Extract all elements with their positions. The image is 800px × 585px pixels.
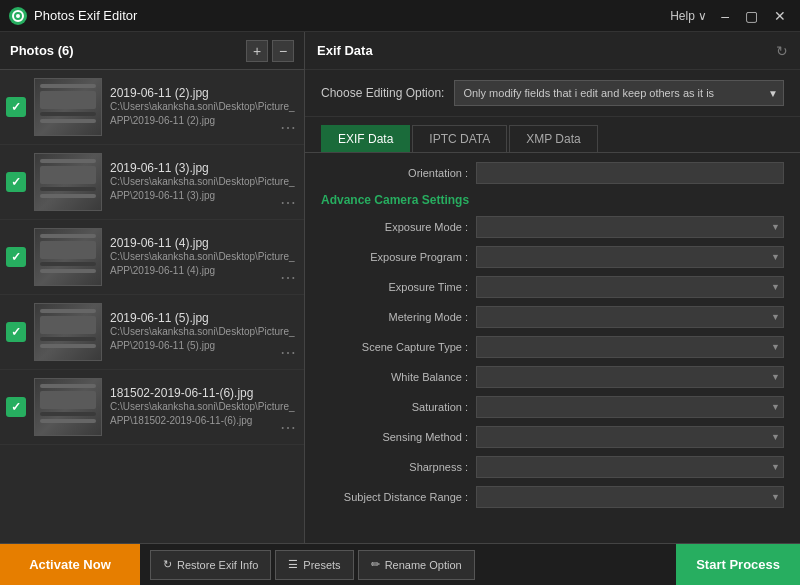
tab-exif-data[interactable]: EXIF Data	[321, 125, 410, 152]
form-row: Sensing Method : ▼	[321, 425, 784, 449]
photos-list: 2019-06-11 (2).jpg C:\Users\akanksha.son…	[0, 70, 304, 543]
tab-iptc-data[interactable]: IPTC DATA	[412, 125, 507, 152]
field-label: Metering Mode :	[321, 311, 476, 323]
field-select-wrapper: ▼	[476, 216, 784, 238]
tabs-row: EXIF Data IPTC DATA XMP Data	[305, 117, 800, 153]
photo-thumbnail	[34, 378, 102, 436]
photo-item[interactable]: 181502-2019-06-11-(6).jpg C:\Users\akank…	[0, 370, 304, 445]
photos-title: Photos (6)	[10, 43, 242, 58]
exif-header: Exif Data ↻	[305, 32, 800, 70]
restore-icon: ↻	[163, 558, 172, 571]
orientation-row: Orientation :	[321, 161, 784, 185]
field-select-wrapper: ▼	[476, 306, 784, 328]
photo-info: 2019-06-11 (4).jpg C:\Users\akanksha.son…	[110, 236, 296, 278]
photos-header: Photos (6) + −	[0, 32, 304, 70]
remove-photo-button[interactable]: −	[272, 40, 294, 62]
field-select-8[interactable]	[476, 456, 784, 478]
presets-button[interactable]: ☰ Presets	[275, 550, 353, 580]
orientation-input[interactable]	[476, 162, 784, 184]
field-select-2[interactable]	[476, 276, 784, 298]
photo-dots-icon: ⋯	[280, 420, 296, 436]
tab-xmp-data[interactable]: XMP Data	[509, 125, 597, 152]
field-select-wrapper: ▼	[476, 426, 784, 448]
photo-checkbox[interactable]	[6, 247, 26, 267]
field-select-0[interactable]	[476, 216, 784, 238]
field-label: White Balance :	[321, 371, 476, 383]
photo-path: C:\Users\akanksha.soni\Desktop\Picture_A…	[110, 175, 296, 203]
minimize-button[interactable]: –	[715, 7, 735, 25]
help-button[interactable]: Help ∨	[662, 7, 715, 25]
form-row: Sharpness : ▼	[321, 455, 784, 479]
photo-path: C:\Users\akanksha.soni\Desktop\Picture_A…	[110, 100, 296, 128]
photo-thumbnail	[34, 303, 102, 361]
photo-dots-icon: ⋯	[280, 345, 296, 361]
exif-title: Exif Data	[317, 43, 373, 58]
close-button[interactable]: ✕	[768, 7, 792, 25]
editing-option-select[interactable]: Only modify fields that i edit and keep …	[454, 80, 784, 106]
photo-dots-icon: ⋯	[280, 120, 296, 136]
rename-option-button[interactable]: ✏ Rename Option	[358, 550, 475, 580]
photo-name: 181502-2019-06-11-(6).jpg	[110, 386, 296, 400]
photo-info: 2019-06-11 (3).jpg C:\Users\akanksha.son…	[110, 161, 296, 203]
photo-item[interactable]: 2019-06-11 (4).jpg C:\Users\akanksha.son…	[0, 220, 304, 295]
fields-container: Exposure Mode : ▼ Exposure Program : ▼ E…	[321, 215, 784, 509]
exif-form: Orientation : Advance Camera Settings Ex…	[305, 153, 800, 543]
app-title: Photos Exif Editor	[34, 8, 662, 23]
photo-dots-icon: ⋯	[280, 195, 296, 211]
advance-section-title: Advance Camera Settings	[321, 193, 784, 207]
photo-path: C:\Users\akanksha.soni\Desktop\Picture_A…	[110, 325, 296, 353]
field-select-4[interactable]	[476, 336, 784, 358]
bottom-bar: Activate Now ↻ Restore Exif Info ☰ Prese…	[0, 543, 800, 585]
add-photo-button[interactable]: +	[246, 40, 268, 62]
photo-thumbnail	[34, 153, 102, 211]
field-select-3[interactable]	[476, 306, 784, 328]
presets-label: Presets	[303, 559, 340, 571]
photo-item[interactable]: 2019-06-11 (5).jpg C:\Users\akanksha.son…	[0, 295, 304, 370]
maximize-button[interactable]: ▢	[739, 7, 764, 25]
field-select-5[interactable]	[476, 366, 784, 388]
photo-item[interactable]: 2019-06-11 (2).jpg C:\Users\akanksha.son…	[0, 70, 304, 145]
restore-exif-button[interactable]: ↻ Restore Exif Info	[150, 550, 271, 580]
form-row: White Balance : ▼	[321, 365, 784, 389]
title-bar: Photos Exif Editor Help ∨ – ▢ ✕	[0, 0, 800, 32]
field-select-6[interactable]	[476, 396, 784, 418]
form-row: Saturation : ▼	[321, 395, 784, 419]
photo-checkbox[interactable]	[6, 97, 26, 117]
photo-checkbox[interactable]	[6, 172, 26, 192]
rename-label: Rename Option	[385, 559, 462, 571]
bottom-actions: ↻ Restore Exif Info ☰ Presets ✏ Rename O…	[140, 550, 676, 580]
field-select-wrapper: ▼	[476, 456, 784, 478]
photo-name: 2019-06-11 (3).jpg	[110, 161, 296, 175]
field-label: Exposure Program :	[321, 251, 476, 263]
photo-info: 2019-06-11 (5).jpg C:\Users\akanksha.son…	[110, 311, 296, 353]
window-controls: – ▢ ✕	[715, 7, 792, 25]
app-logo	[8, 6, 28, 26]
photo-name: 2019-06-11 (4).jpg	[110, 236, 296, 250]
restore-label: Restore Exif Info	[177, 559, 258, 571]
field-select-wrapper: ▼	[476, 366, 784, 388]
photo-info: 181502-2019-06-11-(6).jpg C:\Users\akank…	[110, 386, 296, 428]
editing-option-label: Choose Editing Option:	[321, 86, 444, 100]
photo-checkbox[interactable]	[6, 322, 26, 342]
rename-icon: ✏	[371, 558, 380, 571]
field-label: Subject Distance Range :	[321, 491, 476, 503]
field-label: Scene Capture Type :	[321, 341, 476, 353]
field-label: Exposure Mode :	[321, 221, 476, 233]
photo-thumbnail	[34, 78, 102, 136]
start-process-button[interactable]: Start Process	[676, 544, 800, 586]
field-select-wrapper: ▼	[476, 246, 784, 268]
editing-option-row: Choose Editing Option: Only modify field…	[305, 70, 800, 117]
field-select-7[interactable]	[476, 426, 784, 448]
form-row: Exposure Time : ▼	[321, 275, 784, 299]
photo-checkbox[interactable]	[6, 397, 26, 417]
main-container: Photos (6) + − 2019-06-11 (2).jpg C:\Use…	[0, 32, 800, 543]
photo-dots-icon: ⋯	[280, 270, 296, 286]
exif-icon: ↻	[776, 43, 788, 59]
activate-button[interactable]: Activate Now	[0, 544, 140, 586]
field-select-1[interactable]	[476, 246, 784, 268]
photo-path: C:\Users\akanksha.soni\Desktop\Picture_A…	[110, 400, 296, 428]
field-select-9[interactable]	[476, 486, 784, 508]
photo-item[interactable]: 2019-06-11 (3).jpg C:\Users\akanksha.son…	[0, 145, 304, 220]
editing-option-wrapper: Only modify fields that i edit and keep …	[454, 80, 784, 106]
form-row: Exposure Mode : ▼	[321, 215, 784, 239]
